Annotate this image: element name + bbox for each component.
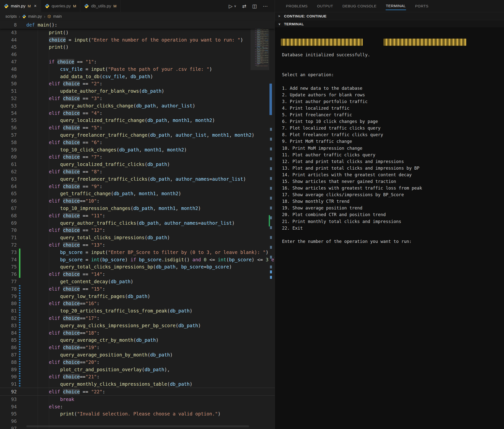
code-line[interactable]: 94 else: — [0, 403, 275, 410]
code-line[interactable]: 45 print() — [0, 44, 275, 51]
code-line[interactable]: 63 query_freelancer_traffic_clicks(db_pa… — [0, 175, 275, 183]
code-line[interactable]: 90 elif choice=="21": — [0, 373, 275, 380]
breadcrumb-item-main[interactable]: main — [53, 14, 62, 19]
code-line[interactable]: 59 top_10_click_changes(db_path, month1,… — [0, 146, 275, 153]
line-number: 82 — [0, 315, 17, 321]
panel-tab-problems[interactable]: PROBLEMS — [286, 2, 308, 10]
code-text: print("Invalid selection. Please choose … — [26, 411, 220, 416]
code-line[interactable]: 96 — [0, 417, 275, 425]
code-line[interactable]: 67 top_10_impression_changes(db_path, mo… — [0, 205, 275, 212]
code-line[interactable]: 50 elif choice == "2": — [0, 80, 275, 88]
code-line[interactable]: 55 query_localized_traffic_change(db_pat… — [0, 117, 275, 124]
code-line[interactable]: 54 elif choice == "4": — [0, 109, 275, 117]
code-text: elif choice=="21": — [26, 374, 99, 379]
panel-tab-ports[interactable]: PORTS — [415, 2, 429, 10]
code-line[interactable]: 97 — [0, 425, 275, 429]
code-text: query_average_ctr_by_month(db_path) — [26, 337, 159, 343]
code-line[interactable]: 95 print("Invalid selection. Please choo… — [0, 410, 275, 417]
run-dropdown-chevron[interactable]: ∨ — [234, 4, 236, 8]
code-line[interactable]: 76 elif choice == "14": — [0, 270, 275, 278]
code-line[interactable]: 71 query_total_clicks_impressions(db_pat… — [0, 234, 275, 241]
code-line[interactable]: 75 query_total_clicks_impressions_bp(db_… — [0, 263, 275, 271]
breadcrumb-item-scripts[interactable]: scripts — [5, 14, 17, 19]
code-line[interactable]: 57 query_freelancer_traffic_change(db_pa… — [0, 131, 275, 139]
git-gutter — [19, 425, 20, 429]
code-line[interactable]: 48 csv_file = input("Paste the path of y… — [0, 65, 275, 73]
code-line[interactable]: 77 get_content_decay(db_path) — [0, 278, 275, 285]
terminal-line — [282, 58, 422, 65]
code-line[interactable]: 51 update_author_for_blank_rows(db_path) — [0, 87, 275, 95]
section-continue[interactable]: > CONTINUE: CONTINUE — [275, 12, 504, 20]
terminal-line — [282, 45, 422, 52]
code-text: bp_score = input("Enter BP_Score to filt… — [26, 250, 268, 255]
code-text: top_10_click_changes(db_path, month1, mo… — [26, 147, 187, 152]
code-line[interactable]: 82 elif choice=="17": — [0, 314, 275, 322]
git-gutter — [19, 65, 20, 73]
code-line[interactable]: 56 elif choice == "5": — [0, 124, 275, 131]
git-gutter — [19, 29, 20, 36]
code-line[interactable]: 61 query_localized_traffic_clicks(db_pat… — [0, 161, 275, 168]
code-line[interactable]: 78 elif choice == "15": — [0, 285, 275, 293]
code-line[interactable]: 44 choice = input("Enter the number of t… — [0, 36, 275, 44]
code-line[interactable]: 68 elif choice == "11": — [0, 212, 275, 219]
line-number: 47 — [0, 59, 17, 64]
breadcrumb-item-main-py[interactable]: main.py — [28, 14, 42, 19]
code-line[interactable]: 83 query_avg_clicks_impressions_per_bp_s… — [0, 322, 275, 329]
code-line[interactable]: 58 elif choice == "6": — [0, 139, 275, 146]
git-gutter — [19, 36, 20, 44]
tab-main-py[interactable]: main.py M × — [0, 0, 41, 12]
sync-icon[interactable]: ⇄ — [242, 4, 246, 9]
code-line[interactable]: 47 if choice == "1": — [0, 58, 275, 65]
tab-queries-py[interactable]: queries.py M — [41, 0, 80, 12]
line-number: 86 — [0, 345, 17, 350]
line-number: 88 — [0, 359, 17, 365]
code-line[interactable]: 92 elif choice == "22": — [0, 388, 275, 396]
code-editor[interactable]: 43 print()44 choice = input("Enter the n… — [0, 29, 275, 429]
code-line[interactable]: 80 elif choice=="16": — [0, 300, 275, 307]
panel-tab-terminal[interactable]: TERMINAL — [386, 2, 406, 10]
git-gutter — [19, 190, 20, 197]
tab-db-utils-py[interactable]: db_utils.py M — [80, 0, 121, 12]
panel-tab-debug-console[interactable]: DEBUG CONSOLE — [342, 2, 377, 10]
code-line[interactable]: 53 query_author_clicks_change(db_path, a… — [0, 102, 275, 109]
code-line[interactable]: 43 print() — [0, 29, 275, 36]
code-line[interactable]: 81 top_20_articles_traffic_loss_from_pea… — [0, 307, 275, 314]
section-terminal[interactable]: ∨ TERMINAL — [275, 20, 504, 28]
code-line[interactable]: 72 elif choice == "13": — [0, 241, 275, 249]
split-editor-button[interactable]: ◫ — [252, 4, 257, 9]
code-line[interactable]: 49 add_data_to_db(csv_file, db_path) — [0, 73, 275, 80]
code-line[interactable]: 52 elif choice == "3": — [0, 95, 275, 102]
line-number: 71 — [0, 235, 17, 240]
code-line[interactable]: 85 query_average_ctr_by_month(db_path) — [0, 336, 275, 344]
panel-tab-output[interactable]: OUTPUT — [317, 2, 333, 10]
code-line[interactable]: 70 elif choice == "12": — [0, 227, 275, 234]
code-line[interactable]: 65 get_traffic_change(db_path, month1, m… — [0, 190, 275, 197]
code-line[interactable]: 74 bp_score = int(bp_score) if bp_score.… — [0, 256, 275, 263]
code-line[interactable]: 46 — [0, 51, 275, 58]
code-line[interactable]: 93 break — [0, 396, 275, 403]
more-actions-button[interactable]: ⋯ — [263, 4, 268, 9]
code-text: query_average_position_by_month(db_path) — [26, 352, 173, 357]
code-text: elif choice == "4": — [26, 110, 102, 116]
code-line[interactable]: 91 query_monthly_clicks_impressions_tabl… — [0, 380, 275, 388]
code-line[interactable]: 89 plot_ctr_and_position_overlay(db_path… — [0, 366, 275, 373]
line-number: 44 — [0, 37, 17, 43]
code-line[interactable]: 60 elif choice == "7": — [0, 153, 275, 161]
code-line[interactable]: 84 elif choice=="18": — [0, 329, 275, 337]
code-line[interactable]: 73 bp_score = input("Enter BP_Score to f… — [0, 249, 275, 256]
code-line[interactable]: 62 elif choice == "8": — [0, 168, 275, 175]
line-number: 73 — [0, 250, 17, 255]
run-button[interactable]: ▷ — [229, 4, 232, 9]
sticky-scroll-line[interactable]: 8 def main(): — [0, 21, 275, 29]
code-line[interactable]: 66 elif choice=="10": — [0, 197, 275, 205]
code-line[interactable]: 86 elif choice=="19": — [0, 344, 275, 351]
git-modified-gutter — [19, 351, 20, 358]
code-line[interactable]: 79 query_low_traffic_pages(db_path) — [0, 293, 275, 300]
git-gutter — [19, 278, 20, 285]
code-line[interactable]: 87 query_average_position_by_month(db_pa… — [0, 351, 275, 358]
code-line[interactable]: 88 elif choice=="20": — [0, 358, 275, 366]
terminal-output[interactable]: Database initialized successfully. Selec… — [275, 27, 504, 429]
close-icon[interactable]: × — [34, 3, 37, 9]
code-line[interactable]: 64 elif choice == "9": — [0, 183, 275, 190]
code-line[interactable]: 69 query_author_traffic_clicks(db_path, … — [0, 219, 275, 227]
